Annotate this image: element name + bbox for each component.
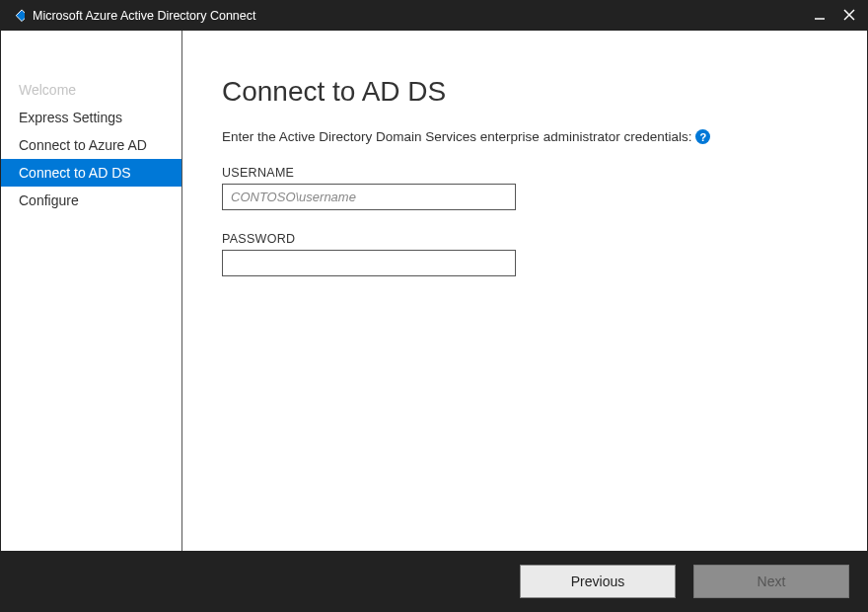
username-label: USERNAME: [222, 166, 828, 180]
instruction-row: Enter the Active Directory Domain Servic…: [222, 129, 828, 144]
minimize-button[interactable]: [814, 9, 826, 23]
sidebar-item-connect-azure-ad[interactable]: Connect to Azure AD: [1, 131, 181, 159]
previous-button[interactable]: Previous: [520, 565, 676, 598]
username-input[interactable]: [222, 184, 516, 210]
main-panel: Connect to AD DS Enter the Active Direct…: [182, 31, 867, 551]
footer: Previous Next: [1, 551, 867, 611]
svg-rect-0: [16, 10, 25, 22]
app-window: Microsoft Azure Active Directory Connect…: [0, 0, 868, 612]
body-area: Welcome Express Settings Connect to Azur…: [1, 31, 867, 551]
sidebar-item-welcome[interactable]: Welcome: [1, 76, 181, 104]
sidebar-item-configure[interactable]: Configure: [1, 187, 181, 214]
titlebar: Microsoft Azure Active Directory Connect: [1, 1, 867, 31]
close-button[interactable]: [843, 9, 855, 23]
page-title: Connect to AD DS: [222, 76, 828, 108]
azure-ad-icon: [7, 7, 25, 25]
sidebar: Welcome Express Settings Connect to Azur…: [1, 31, 182, 551]
window-title: Microsoft Azure Active Directory Connect: [33, 9, 814, 23]
sidebar-item-connect-ad-ds[interactable]: Connect to AD DS: [1, 159, 181, 187]
sidebar-item-express-settings[interactable]: Express Settings: [1, 104, 181, 131]
next-button[interactable]: Next: [693, 565, 849, 598]
password-label: PASSWORD: [222, 232, 828, 246]
password-input[interactable]: [222, 250, 516, 276]
help-icon[interactable]: ?: [695, 129, 710, 144]
instruction-text: Enter the Active Directory Domain Servic…: [222, 129, 691, 144]
window-controls: [814, 9, 861, 23]
